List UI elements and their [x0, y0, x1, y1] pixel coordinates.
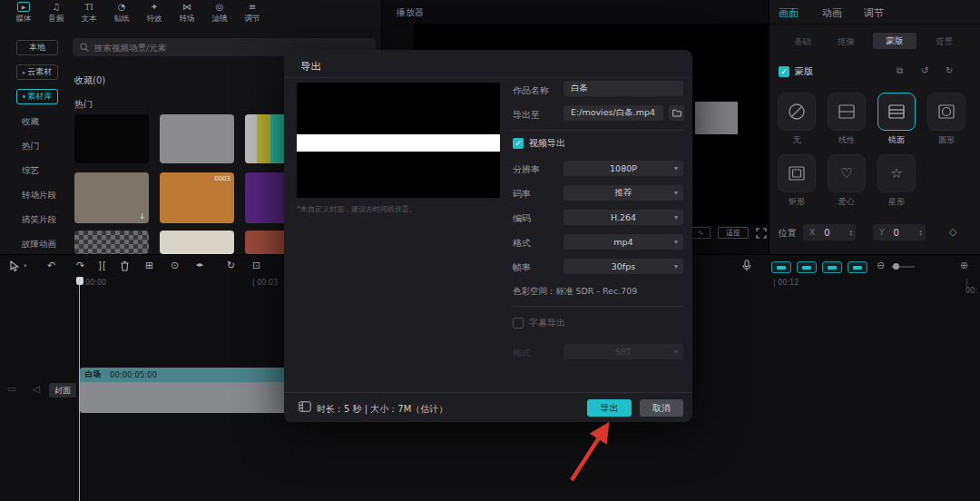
- cursor-tool-icon[interactable]: [9, 260, 20, 272]
- clip-duration: 00:00:05:00: [110, 370, 157, 379]
- preview-axis-toggle-icon[interactable]: [822, 261, 842, 273]
- tab-adjust[interactable]: ≡ 调节: [236, 2, 269, 25]
- transitions-icon: ⋈: [182, 3, 191, 12]
- thumbnail-gray[interactable]: [160, 114, 234, 163]
- sidebar-item-cloud[interactable]: ▸ 云素材: [16, 64, 58, 80]
- video-export-checkbox[interactable]: ✓: [513, 138, 524, 149]
- subtitle-export-checkbox[interactable]: [513, 318, 524, 329]
- thumbnail-woman[interactable]: 0003: [160, 172, 234, 223]
- mask-option-star[interactable]: ☆: [877, 154, 916, 192]
- keyframe-icon[interactable]: ◇: [949, 226, 956, 238]
- zoom-slider-handle[interactable]: [893, 263, 899, 270]
- microphone-icon[interactable]: [742, 260, 751, 271]
- scope-icon[interactable]: ∿: [691, 227, 710, 239]
- sticker-icon: ◔: [118, 3, 126, 12]
- zoom-out-icon[interactable]: ⊖: [877, 260, 885, 271]
- magnet-toggle-icon[interactable]: [771, 261, 791, 273]
- crop-icon[interactable]: ⊡: [252, 260, 260, 271]
- codec-label: 编码: [513, 212, 531, 225]
- subtitle-format-select: SRT ▾: [564, 344, 683, 359]
- mask-heart-icon: ♡: [840, 165, 852, 182]
- thumbnail-man[interactable]: ↓: [74, 172, 149, 223]
- tab-media[interactable]: ▶ 媒体: [7, 2, 40, 25]
- tab-transitions[interactable]: ⋈ 转场: [171, 2, 203, 25]
- codec-select[interactable]: H.264 ▾: [564, 210, 683, 225]
- redo-icon[interactable]: ↷: [76, 260, 84, 271]
- bitrate-label: 码率: [513, 188, 531, 201]
- app-window: ▶ 媒体 ♫ 音频 TI 文本 ◔ 贴纸 ✦ 特效 ⋈ 转场: [0, 0, 980, 501]
- thumbnail-duration-badge: 0003: [214, 175, 230, 182]
- cancel-button[interactable]: 取消: [640, 399, 683, 417]
- playhead-handle[interactable]: [76, 277, 83, 285]
- subtab-keying[interactable]: 抠像: [838, 36, 855, 48]
- browse-folder-button[interactable]: [669, 105, 684, 121]
- position-y-stepper[interactable]: Y 0 ▴ ▾: [873, 224, 926, 241]
- expand-icon[interactable]: ⧉: [897, 65, 903, 76]
- stepper-down-icon[interactable]: ▾: [919, 232, 922, 236]
- category-hot[interactable]: 热门: [22, 141, 39, 152]
- split-icon[interactable]: ][: [98, 260, 107, 270]
- mask-option-circle[interactable]: [927, 93, 965, 131]
- track-speaker-icon[interactable]: ◁: [33, 384, 40, 394]
- subtab-basic[interactable]: 基础: [794, 36, 811, 48]
- thumbnail-black[interactable]: [74, 114, 149, 163]
- framerate-select[interactable]: 30fps ▾: [564, 259, 683, 274]
- rotate-icon[interactable]: ↻: [227, 260, 235, 271]
- thumbnail-checker[interactable]: [74, 231, 149, 254]
- undo-icon[interactable]: ↶: [47, 260, 55, 271]
- mask-option-rect[interactable]: [778, 154, 816, 192]
- category-funny-clips[interactable]: 搞笑片段: [22, 214, 56, 226]
- cover-button[interactable]: 封面: [49, 383, 76, 398]
- sidebar-item-material-library[interactable]: ▾ 素材库: [16, 89, 58, 104]
- sidebar-item-local[interactable]: 本地: [16, 40, 58, 55]
- tab-sticker[interactable]: ◔ 贴纸: [105, 2, 138, 25]
- resolution-select[interactable]: 1080P ▾: [564, 161, 683, 176]
- position-x-stepper[interactable]: X 0 ▴ ▾: [803, 224, 856, 241]
- refresh-icon[interactable]: ↻: [946, 65, 953, 75]
- chevron-down-icon: ▾: [674, 238, 678, 246]
- thumbnail-doodle[interactable]: [160, 231, 234, 254]
- mask-option-mirror[interactable]: [877, 93, 916, 131]
- mask-linear-icon: [838, 103, 856, 121]
- tab-text[interactable]: TI 文本: [73, 2, 105, 25]
- mask-option-heart[interactable]: ♡: [828, 154, 866, 192]
- category-transition-clips[interactable]: 转场片段: [22, 190, 56, 201]
- category-variety[interactable]: 综艺: [22, 165, 39, 177]
- fullscreen-icon[interactable]: [756, 228, 767, 239]
- delete-icon[interactable]: [120, 260, 130, 271]
- mirror-icon[interactable]: ◂▸: [196, 260, 203, 269]
- tab-filters[interactable]: ◎ 滤镜: [203, 2, 236, 25]
- tab-audio[interactable]: ♫ 音频: [40, 2, 73, 25]
- mask-option-none[interactable]: [778, 93, 816, 131]
- zoom-in-icon[interactable]: ⊕: [960, 260, 968, 271]
- fit-button[interactable]: 适应: [718, 227, 749, 239]
- divider: [769, 24, 980, 25]
- reverse-icon[interactable]: ⊙: [171, 260, 179, 271]
- track-monitor-icon[interactable]: ▭: [7, 384, 15, 394]
- video-export-label: 视频导出: [529, 137, 565, 150]
- export-button[interactable]: 导出: [587, 399, 632, 417]
- bitrate-select[interactable]: 推荐 ▾: [564, 185, 683, 201]
- format-select[interactable]: mp4 ▾: [564, 234, 683, 250]
- snap-toggle-icon[interactable]: [848, 261, 867, 273]
- subtab-mask[interactable]: 蒙版: [873, 33, 916, 49]
- color-space-text: 色彩空间：标准 SDR - Rec.709: [513, 286, 637, 298]
- freeze-frame-icon[interactable]: ⊞: [145, 260, 153, 271]
- tab-picture[interactable]: 画面: [779, 6, 799, 20]
- stepper-down-icon[interactable]: ▾: [849, 232, 852, 236]
- cursor-dropdown-icon[interactable]: ▾: [24, 262, 27, 270]
- category-favorites[interactable]: 收藏: [22, 116, 39, 128]
- mask-checkbox[interactable]: ✓: [779, 66, 789, 77]
- path-label: 导出至: [513, 109, 540, 122]
- tab-adjustment[interactable]: 调节: [864, 6, 884, 20]
- subtab-background[interactable]: 背景: [936, 36, 953, 48]
- tab-effects[interactable]: ✦ 特效: [138, 2, 171, 25]
- link-toggle-icon[interactable]: [797, 261, 817, 273]
- path-input[interactable]: E:/movies/白条.mp4: [564, 105, 663, 121]
- tab-animation[interactable]: 动画: [822, 6, 842, 20]
- search-icon: [80, 43, 89, 52]
- name-input[interactable]: 白条: [564, 81, 683, 96]
- mask-option-linear[interactable]: [828, 93, 866, 131]
- category-glitch-anim[interactable]: 故障动画: [22, 239, 56, 250]
- reset-icon[interactable]: ↺: [921, 65, 928, 75]
